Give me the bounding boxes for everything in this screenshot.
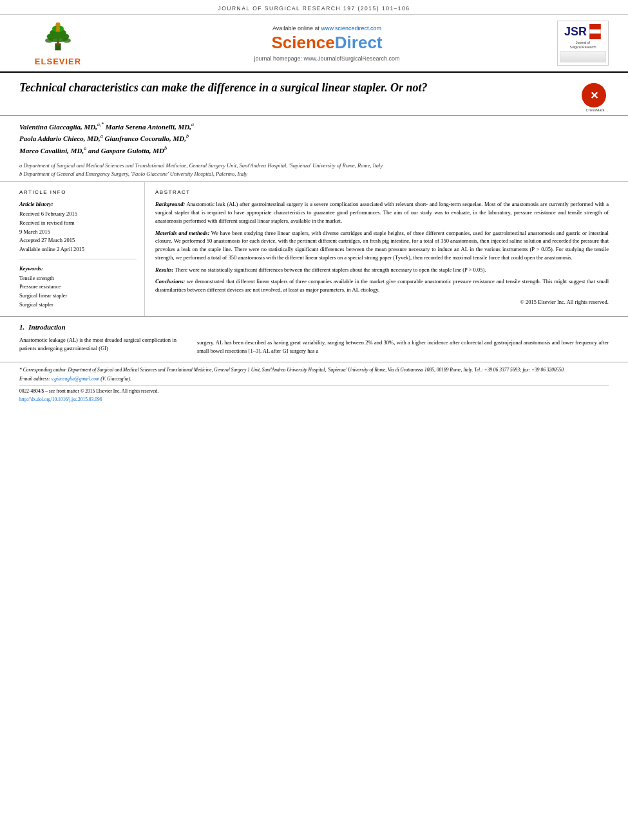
elsevier-logo: ELSEVIER — [19, 20, 97, 66]
article-title-section: Technical characteristics can make the d… — [0, 73, 628, 116]
methods-label: Materials and methods: — [155, 230, 209, 236]
email-line: E-mail address: v.giaccaglia@gmail.com (… — [19, 375, 609, 382]
sup-a3: a — [84, 145, 86, 151]
revised-date: 9 March 2015 — [19, 228, 137, 236]
email-suffix: (V. Giaccaglia). — [100, 376, 131, 382]
affiliations-section: a Department of Surgical and Medical Sci… — [0, 159, 628, 183]
sup-a2: a — [100, 133, 103, 139]
methods-text: We have been studying three linear stapl… — [155, 230, 609, 261]
corresponding-note: * Corresponding author. Department of Su… — [19, 366, 609, 373]
sup-a1: a — [191, 122, 194, 127]
sup-b2: b — [164, 145, 167, 151]
svg-rect-12 — [589, 24, 600, 30]
conclusions-label: Conclusions: — [155, 278, 185, 285]
crossmark-circle: ✕ — [582, 83, 606, 107]
author-chieco: Paola Addario Chieco, MD, — [19, 135, 100, 142]
svg-rect-14 — [589, 33, 600, 39]
journal-header: JOURNAL OF SURGICAL RESEARCH 197 (2015) … — [0, 0, 628, 15]
svg-point-7 — [45, 38, 53, 42]
svg-point-8 — [62, 38, 71, 42]
affiliation-a: a Department of Surgical and Medical Sci… — [19, 162, 609, 170]
author-cocorullo: Gianfranco Cocorullo, MD, — [105, 135, 187, 142]
section-number: 1. — [19, 323, 24, 331]
background-label: Background: — [155, 201, 185, 207]
jsr-preview — [560, 51, 606, 62]
available-date: Available online 2 April 2015 — [19, 245, 137, 254]
footer-copyright: 0022-4804/$ – see front matter © 2015 El… — [19, 388, 609, 394]
author-antonelli: Maria Serena Antonelli, MD, — [106, 123, 191, 131]
journal-homepage: journal homepage: www.JournalofSurgicalR… — [97, 55, 557, 62]
elsevier-tree-image — [32, 20, 84, 55]
affiliation-b: b Department of General and Emergency Su… — [19, 170, 609, 178]
page: JOURNAL OF SURGICAL RESEARCH 197 (2015) … — [0, 0, 628, 840]
intro-left-col: 1. Introduction Anastomotic leakage (AL)… — [19, 323, 187, 355]
footer-section: * Corresponding author. Department of Su… — [0, 362, 628, 406]
svg-rect-10 — [56, 27, 59, 32]
received-date: Received 6 February 2015 — [19, 210, 137, 218]
intro-text-right: surgery. AL has been described as having… — [197, 339, 609, 355]
jsr-letters: JSR — [564, 25, 587, 39]
abstract-conclusions: Conclusions: we demonstrated that differ… — [155, 277, 609, 294]
author-cavallini: Marco Cavallini, MD, — [19, 146, 84, 154]
svg-rect-13 — [589, 30, 600, 34]
sciencedirect-logo: ScienceDirect — [97, 33, 557, 53]
doi-link[interactable]: http://dx.doi.org/10.1016/j.jss.2015.03.… — [19, 397, 102, 402]
background-text: Anastomotic leak (AL) after gastrointest… — [155, 201, 609, 224]
intro-right-col: surgery. AL has been described as having… — [187, 323, 609, 355]
two-col-section: ARTICLE INFO Article history: Received 6… — [0, 182, 628, 316]
abstract-methods: Materials and methods: We have been stud… — [155, 229, 609, 262]
jsr-top: JSR — [564, 24, 602, 39]
author-gulotta: and Gaspare Gulotta, MD — [88, 146, 164, 154]
sup-a-star: a,* — [97, 122, 104, 127]
keyword-3: Surgical linear stapler — [19, 292, 137, 300]
keyword-1: Tensile strength — [19, 274, 137, 283]
journal-title: JOURNAL OF SURGICAL RESEARCH 197 (2015) … — [218, 5, 410, 12]
info-divider — [19, 259, 137, 259]
abstract-background: Background: Anastomotic leak (AL) after … — [155, 200, 609, 225]
intro-title-text: Introduction — [28, 323, 65, 331]
keywords-label: Keywords: — [19, 265, 137, 273]
article-info-heading: ARTICLE INFO — [19, 189, 137, 196]
accepted-date: Accepted 27 March 2015 — [19, 236, 137, 245]
sciencedirect-center: Available online at www.sciencedirect.co… — [97, 25, 557, 62]
sup-b1: b — [186, 133, 189, 139]
article-info-col: ARTICLE INFO Article history: Received 6… — [19, 182, 145, 315]
keyword-4: Surgical stapler — [19, 301, 137, 309]
title-crossmark-row: Technical characteristics can make the d… — [19, 80, 609, 110]
available-online-text: Available online at www.sciencedirect.co… — [97, 25, 557, 32]
corresponding-text: * Corresponding author. Department of Su… — [19, 367, 565, 373]
conclusions-text: we demonstrated that different linear st… — [155, 278, 609, 293]
results-text: There were no statistically significant … — [175, 266, 486, 273]
crossmark-icon: ✕ — [590, 89, 598, 102]
article-title: Technical characteristics can make the d… — [19, 80, 582, 95]
keyword-2: Pressure resistance — [19, 283, 137, 291]
branding-bar: ELSEVIER Available online at www.science… — [0, 15, 628, 73]
abstract-col: ABSTRACT Background: Anastomotic leak (A… — [145, 182, 609, 315]
jsr-logo: JSR Journal ofSurgical Research — [557, 21, 609, 66]
email-link[interactable]: v.giaccaglia@gmail.com — [52, 376, 100, 382]
copyright-line: © 2015 Elsevier Inc. All rights reserved… — [155, 298, 609, 306]
email-label: E-mail address: — [19, 376, 50, 382]
crossmark-label: CrossMark — [582, 108, 609, 112]
authors-section: Valentina Giaccaglia, MD,a,* Maria Seren… — [0, 116, 628, 159]
author-giaccaglia: Valentina Giaccaglia, MD, — [19, 123, 97, 131]
abstract-results: Results: There were no statistically sig… — [155, 266, 609, 274]
sciencedirect-url[interactable]: www.sciencedirect.com — [321, 25, 381, 32]
history-label: Article history: — [19, 200, 137, 209]
abstract-heading: ABSTRACT — [155, 189, 609, 196]
jsr-subtitle: Journal ofSurgical Research — [570, 41, 596, 49]
intro-title: 1. Introduction — [19, 323, 176, 331]
bottom-section: 1. Introduction Anastomotic leakage (AL)… — [0, 317, 628, 355]
svg-point-9 — [55, 23, 60, 27]
revised-label: Received in revised form — [19, 219, 137, 227]
authors-line: Valentina Giaccaglia, MD,a,* Maria Seren… — [19, 121, 609, 156]
crossmark[interactable]: ✕ CrossMark — [582, 83, 609, 110]
intro-text-left: Anastomotic leakage (AL) is the most dre… — [19, 336, 176, 353]
footer-divider — [19, 385, 609, 386]
results-label: Results: — [155, 266, 173, 273]
elsevier-name: ELSEVIER — [35, 57, 81, 66]
